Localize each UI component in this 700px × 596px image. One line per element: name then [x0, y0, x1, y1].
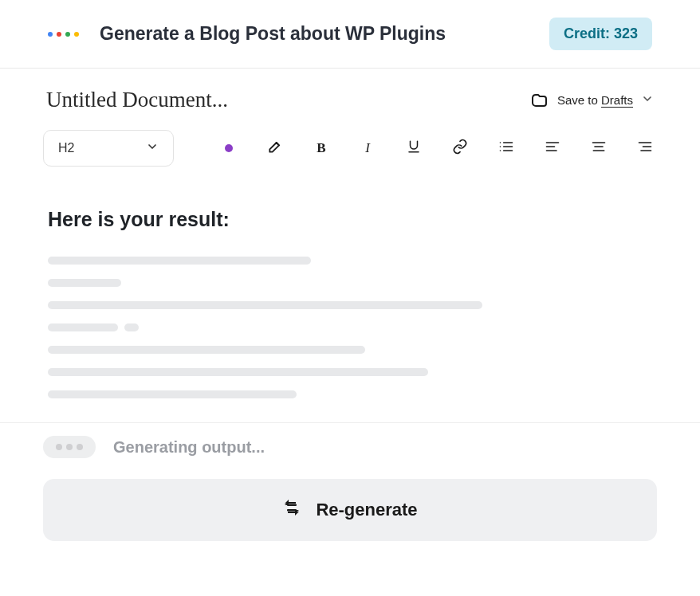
result-heading: Here is your result:: [48, 208, 652, 231]
svg-rect-16: [287, 504, 297, 507]
page-header: Generate a Blog Post about WP Plugins Cr…: [0, 0, 700, 69]
document-bar: Untitled Document... Save to Drafts: [0, 69, 700, 112]
underline-button[interactable]: [405, 139, 423, 157]
generating-status: Generating output...: [43, 436, 657, 458]
loading-dots-icon: [43, 436, 96, 458]
italic-button[interactable]: I: [359, 139, 376, 157]
regenerate-button[interactable]: Re-generate: [43, 479, 657, 541]
underline-icon: [407, 139, 421, 157]
heading-select[interactable]: H2: [43, 130, 174, 167]
bottom-panel: Generating output... Re-generate: [0, 422, 700, 581]
save-to-button[interactable]: Save to Drafts: [530, 91, 654, 110]
regenerate-label: Re-generate: [316, 500, 417, 520]
align-left-button[interactable]: [544, 139, 561, 157]
editor-content[interactable]: Here is your result:: [0, 176, 700, 422]
align-center-icon: [591, 139, 607, 158]
save-label: Save to Drafts: [557, 93, 633, 107]
chevron-down-icon: [641, 92, 654, 108]
credit-badge: Credit: 323: [549, 18, 652, 50]
align-center-button[interactable]: [590, 139, 608, 157]
document-title-input[interactable]: Untitled Document...: [46, 88, 530, 112]
list-button[interactable]: [497, 139, 515, 157]
folder-icon: [530, 91, 549, 110]
link-button[interactable]: [451, 139, 469, 157]
link-icon: [452, 139, 468, 158]
color-dot-icon: [225, 144, 233, 152]
formatting-toolbar: H2 B I: [0, 112, 700, 176]
chevron-down-icon: [146, 140, 159, 156]
heading-select-value: H2: [58, 141, 74, 155]
app-logo: [48, 32, 79, 37]
skeleton-placeholder: [48, 257, 652, 398]
generating-text: Generating output...: [113, 438, 265, 457]
swap-arrows-icon: [282, 498, 301, 522]
align-left-icon: [545, 139, 560, 158]
align-right-button[interactable]: [636, 139, 654, 157]
list-icon: [498, 139, 514, 158]
bold-button[interactable]: B: [313, 139, 330, 157]
save-location: Drafts: [601, 93, 633, 107]
align-right-icon: [637, 139, 653, 158]
page-title: Generate a Blog Post about WP Plugins: [100, 23, 549, 45]
highlighter-icon: [267, 139, 283, 158]
text-color-button[interactable]: [220, 139, 238, 157]
svg-rect-17: [287, 509, 297, 512]
highlight-button[interactable]: [266, 139, 284, 157]
